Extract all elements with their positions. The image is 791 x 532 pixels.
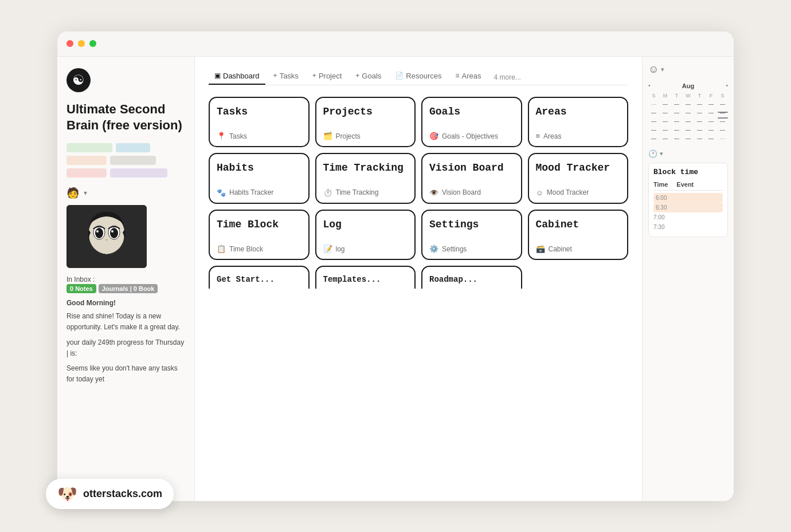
vision-board-footer-icon: 👁️ bbox=[429, 188, 438, 197]
tab-goals[interactable]: + Goals bbox=[350, 68, 387, 85]
close-dot[interactable] bbox=[66, 40, 73, 47]
card-areas[interactable]: Areas ≡ Areas bbox=[528, 97, 629, 148]
calendar-month: Aug bbox=[682, 82, 694, 89]
card-projects-footer: 🗂️ Projects bbox=[323, 132, 408, 140]
tab-tasks-label: Tasks bbox=[280, 72, 299, 80]
card-vision-board-footer-label: Vision Board bbox=[442, 188, 481, 196]
cal-day: — bbox=[683, 100, 694, 108]
app-logo: ☯ bbox=[66, 68, 91, 92]
history-section: 🕐 ▾ bbox=[648, 149, 728, 158]
card-settings-footer: ⚙️ Settings bbox=[429, 245, 514, 253]
projects-footer-icon: 🗂️ bbox=[323, 132, 332, 140]
card-tasks[interactable]: Tasks 📍 Tasks bbox=[209, 97, 310, 148]
calendar-prev[interactable]: • bbox=[648, 82, 651, 89]
cal-day: — bbox=[694, 135, 705, 143]
card-goals[interactable]: Goals 🎯 Goals - Objectives bbox=[421, 97, 522, 148]
card-goals-footer-label: Goals - Objectives bbox=[442, 132, 498, 140]
card-goals-title: Goals bbox=[429, 106, 514, 119]
card-time-tracking[interactable]: Time Tracking ⏱️ Time Tracking bbox=[315, 153, 416, 204]
card-extra-3[interactable]: Roadmap... bbox=[421, 266, 522, 289]
card-tasks-footer-label: Tasks bbox=[229, 132, 247, 140]
panel-top-icon: ☺️ ▾ bbox=[648, 64, 728, 76]
tasks-footer-icon: 📍 bbox=[217, 132, 226, 140]
tab-project-label: Project bbox=[319, 72, 342, 80]
tab-dashboard[interactable]: ▣ Dashboard bbox=[209, 68, 265, 85]
watermark-icon: 🐶 bbox=[57, 484, 77, 503]
panel-dropdown-arrow[interactable]: ▾ bbox=[661, 66, 664, 73]
time-630: 6:30 bbox=[656, 204, 678, 211]
tab-areas[interactable]: ≡ Areas bbox=[449, 68, 487, 85]
card-log[interactable]: Log 📝 log bbox=[315, 210, 416, 261]
card-projects[interactable]: Projects 🗂️ Projects bbox=[315, 97, 416, 148]
cal-day: — bbox=[706, 109, 716, 117]
card-extra-2-title: Templates... bbox=[323, 275, 408, 285]
card-settings[interactable]: Settings ⚙️ Settings bbox=[421, 210, 522, 261]
card-time-block[interactable]: Time Block 📋 Time Block bbox=[209, 210, 310, 261]
cal-header-thu: T bbox=[694, 92, 705, 100]
time-row-630: 6:30 bbox=[653, 203, 723, 212]
card-mood-tracker-footer: ☺️ Mood Tracker bbox=[536, 188, 621, 197]
expand-dot[interactable] bbox=[89, 40, 96, 47]
cal-day: — bbox=[660, 109, 671, 117]
notes-badge: 0 Notes bbox=[66, 284, 96, 293]
cabinet-footer-icon: 🗃️ bbox=[536, 245, 545, 253]
goals-footer-icon: 🎯 bbox=[429, 132, 438, 140]
cal-day: — bbox=[671, 109, 682, 117]
scroll-indicator bbox=[718, 112, 728, 119]
card-extra-2[interactable]: Templates... bbox=[315, 266, 416, 289]
event-700 bbox=[676, 214, 723, 220]
card-cabinet-footer-label: Cabinet bbox=[549, 245, 572, 253]
history-dropdown[interactable]: ▾ bbox=[660, 150, 663, 157]
minimize-dot[interactable] bbox=[78, 40, 85, 47]
more-tabs[interactable]: 4 more... bbox=[489, 70, 525, 85]
mini-calendar: • Aug • S M T W T F S — — — — — bbox=[648, 82, 728, 143]
cal-day: — bbox=[683, 126, 694, 134]
time-block-footer-icon: 📋 bbox=[217, 245, 226, 253]
time-row-730: 7:30 bbox=[653, 222, 723, 232]
card-extra-1[interactable]: Get Start... bbox=[209, 266, 310, 289]
event-630 bbox=[678, 204, 720, 211]
calendar-next[interactable]: • bbox=[726, 82, 728, 89]
card-habits[interactable]: Habits 🐾 Habits Tracker bbox=[209, 153, 310, 204]
cal-day: — bbox=[706, 117, 716, 125]
cal-day: — bbox=[648, 109, 659, 117]
svg-point-8 bbox=[111, 230, 113, 232]
card-areas-footer-label: Areas bbox=[543, 132, 561, 140]
card-time-tracking-footer: ⏱️ Time Tracking bbox=[323, 188, 408, 197]
tab-project[interactable]: + Project bbox=[307, 68, 347, 85]
tab-goals-label: Goals bbox=[362, 72, 381, 80]
cal-header-fri: F bbox=[706, 92, 716, 100]
areas-tab-icon: ≡ bbox=[455, 72, 459, 80]
tab-dashboard-label: Dashboard bbox=[223, 72, 260, 80]
cal-day: — bbox=[683, 135, 694, 143]
card-extra-3-title: Roadmap... bbox=[429, 275, 514, 285]
dashboard-tab-icon: ▣ bbox=[214, 72, 221, 80]
watermark: 🐶 otterstacks.com bbox=[46, 479, 174, 509]
cards-grid: Tasks 📍 Tasks Projects 🗂️ Projects Goals bbox=[209, 97, 628, 261]
greeting: Good Morning! bbox=[66, 298, 185, 309]
card-time-tracking-footer-label: Time Tracking bbox=[336, 188, 379, 196]
card-extra-1-title: Get Start... bbox=[217, 275, 301, 285]
card-habits-title: Habits bbox=[217, 162, 301, 175]
card-habits-footer-label: Habits Tracker bbox=[229, 188, 273, 196]
project-tab-icon: + bbox=[312, 72, 316, 80]
card-vision-board[interactable]: Vision Board 👁️ Vision Board bbox=[421, 153, 522, 204]
svg-point-5 bbox=[95, 228, 103, 238]
progress-text: your daily 249th progress for Thursday |… bbox=[66, 337, 185, 359]
tab-resources[interactable]: 📄 Resources bbox=[389, 68, 447, 85]
right-panel: ☺️ ▾ • Aug • S M T W T bbox=[642, 57, 734, 501]
card-areas-title: Areas bbox=[536, 106, 621, 119]
cal-day: — bbox=[694, 100, 705, 108]
card-mood-tracker[interactable]: Mood Tracker ☺️ Mood Tracker bbox=[528, 153, 629, 204]
section-bar-3 bbox=[66, 156, 107, 165]
scroll-line-1 bbox=[718, 112, 728, 113]
section-bar-6 bbox=[110, 168, 167, 178]
card-projects-footer-label: Projects bbox=[336, 132, 361, 140]
avatar-dropdown[interactable]: ▾ bbox=[84, 189, 87, 197]
card-time-block-footer: 📋 Time Block bbox=[217, 245, 301, 253]
card-vision-board-footer: 👁️ Vision Board bbox=[429, 188, 514, 197]
tab-tasks[interactable]: + Tasks bbox=[268, 68, 304, 85]
cal-day: — bbox=[671, 100, 682, 108]
card-cabinet[interactable]: Cabinet 🗃️ Cabinet bbox=[528, 210, 629, 261]
section-bars bbox=[66, 143, 185, 178]
